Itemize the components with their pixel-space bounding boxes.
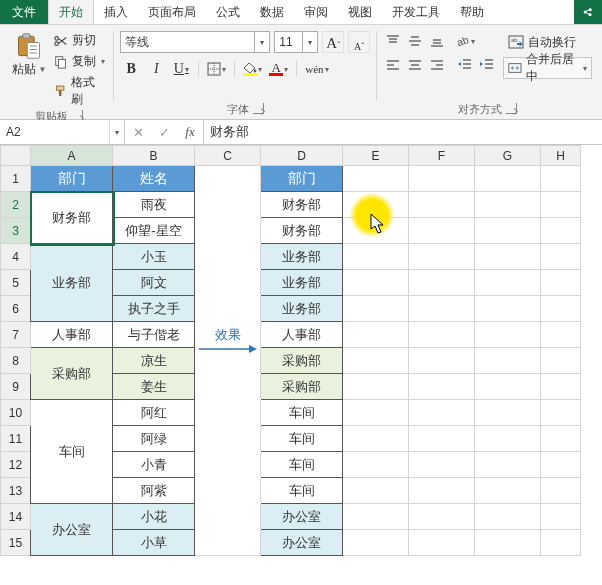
cell[interactable]	[195, 478, 261, 504]
cell[interactable]: 财务部	[261, 192, 343, 218]
cell[interactable]	[475, 374, 541, 400]
cell[interactable]	[541, 322, 581, 348]
cell[interactable]: 财务部	[261, 218, 343, 244]
format-painter-button[interactable]: 格式刷	[52, 73, 107, 109]
cell[interactable]	[409, 348, 475, 374]
column-header[interactable]: H	[541, 146, 581, 166]
cell[interactable]	[195, 452, 261, 478]
tab-view[interactable]: 视图	[338, 0, 382, 24]
cell[interactable]	[343, 244, 409, 270]
cell[interactable]	[475, 218, 541, 244]
cell[interactable]	[195, 426, 261, 452]
cell[interactable]	[475, 426, 541, 452]
cell[interactable]: 车间	[261, 426, 343, 452]
align-center-button[interactable]	[405, 55, 425, 75]
cell[interactable]	[195, 504, 261, 530]
row-header[interactable]: 15	[1, 530, 31, 556]
cell[interactable]	[409, 296, 475, 322]
cell[interactable]: 小花	[113, 504, 195, 530]
cell[interactable]	[343, 166, 409, 192]
align-bottom-button[interactable]	[427, 31, 447, 51]
cell[interactable]	[541, 530, 581, 556]
row-header[interactable]: 9	[1, 374, 31, 400]
cell[interactable]	[409, 530, 475, 556]
cell[interactable]	[195, 296, 261, 322]
row-header[interactable]: 8	[1, 348, 31, 374]
cell[interactable]: 业务部	[31, 244, 113, 322]
cell[interactable]: 业务部	[261, 270, 343, 296]
cell[interactable]	[409, 166, 475, 192]
chevron-down-icon[interactable]: ▾	[109, 120, 124, 144]
cell[interactable]	[541, 218, 581, 244]
cell[interactable]: 办公室	[261, 530, 343, 556]
font-name-combo[interactable]: 等线 ▾	[120, 31, 270, 53]
insert-function-button[interactable]: fx	[177, 124, 203, 140]
cell[interactable]: 部门	[31, 166, 113, 192]
cell[interactable]	[343, 322, 409, 348]
cell[interactable]: 阿紫	[113, 478, 195, 504]
cell[interactable]	[409, 374, 475, 400]
name-box[interactable]: A2 ▾	[0, 120, 125, 144]
cell[interactable]	[475, 244, 541, 270]
cell[interactable]	[195, 374, 261, 400]
cell[interactable]	[409, 218, 475, 244]
column-header[interactable]: D	[261, 146, 343, 166]
share-button[interactable]	[574, 0, 602, 24]
cell[interactable]	[475, 400, 541, 426]
cell[interactable]: 姜生	[113, 374, 195, 400]
cell[interactable]: 业务部	[261, 296, 343, 322]
increase-font-button[interactable]: Aˆ	[322, 31, 344, 53]
cell[interactable]	[541, 400, 581, 426]
cell[interactable]	[475, 478, 541, 504]
cell[interactable]	[343, 400, 409, 426]
decrease-indent-button[interactable]	[455, 55, 475, 75]
cell[interactable]	[409, 452, 475, 478]
row-header[interactable]: 12	[1, 452, 31, 478]
row-header[interactable]: 13	[1, 478, 31, 504]
wrap-text-button[interactable]: ab 自动换行	[503, 31, 592, 53]
cell[interactable]	[343, 504, 409, 530]
cell[interactable]	[541, 244, 581, 270]
cut-button[interactable]: 剪切	[52, 31, 107, 50]
worksheet-grid[interactable]: ABCDEFGH 1部门姓名部门2财务部雨夜财务部3仰望-星空财务部4业务部小玉…	[0, 145, 581, 556]
tab-insert[interactable]: 插入	[94, 0, 138, 24]
row-header[interactable]: 3	[1, 218, 31, 244]
column-header[interactable]: E	[343, 146, 409, 166]
cell[interactable]: 阿绿	[113, 426, 195, 452]
cell[interactable]	[475, 166, 541, 192]
cell[interactable]	[475, 270, 541, 296]
cell[interactable]	[195, 348, 261, 374]
italic-button[interactable]: I	[145, 59, 167, 79]
font-dialog-launcher[interactable]	[253, 103, 264, 114]
decrease-font-button[interactable]: Aˇ	[348, 31, 370, 53]
cell[interactable]: 车间	[261, 478, 343, 504]
cell[interactable]	[343, 478, 409, 504]
fill-color-button[interactable]: ▾	[241, 59, 264, 79]
cell[interactable]	[409, 504, 475, 530]
cell[interactable]: 小青	[113, 452, 195, 478]
cell[interactable]	[475, 296, 541, 322]
cell[interactable]	[541, 296, 581, 322]
cell[interactable]: 采购部	[261, 348, 343, 374]
cell[interactable]	[541, 452, 581, 478]
cell[interactable]: 车间	[261, 452, 343, 478]
cell[interactable]: 人事部	[31, 322, 113, 348]
column-header[interactable]: A	[31, 146, 113, 166]
cell[interactable]: 采购部	[261, 374, 343, 400]
tab-formulas[interactable]: 公式	[206, 0, 250, 24]
underline-button[interactable]: U▾	[170, 59, 192, 79]
select-all-corner[interactable]	[1, 146, 31, 166]
cell[interactable]	[541, 192, 581, 218]
cell[interactable]: 阿红	[113, 400, 195, 426]
border-button[interactable]: ▾	[205, 59, 228, 79]
cell[interactable]	[541, 426, 581, 452]
cell[interactable]	[409, 322, 475, 348]
cell[interactable]	[475, 452, 541, 478]
cell[interactable]: 财务部	[31, 192, 113, 244]
cell[interactable]: 与子偕老	[113, 322, 195, 348]
row-header[interactable]: 2	[1, 192, 31, 218]
orientation-button[interactable]: ab▾	[455, 31, 475, 51]
cell[interactable]: 仰望-星空	[113, 218, 195, 244]
cell[interactable]	[475, 322, 541, 348]
merge-center-button[interactable]: 合并后居中 ▾	[503, 57, 592, 79]
